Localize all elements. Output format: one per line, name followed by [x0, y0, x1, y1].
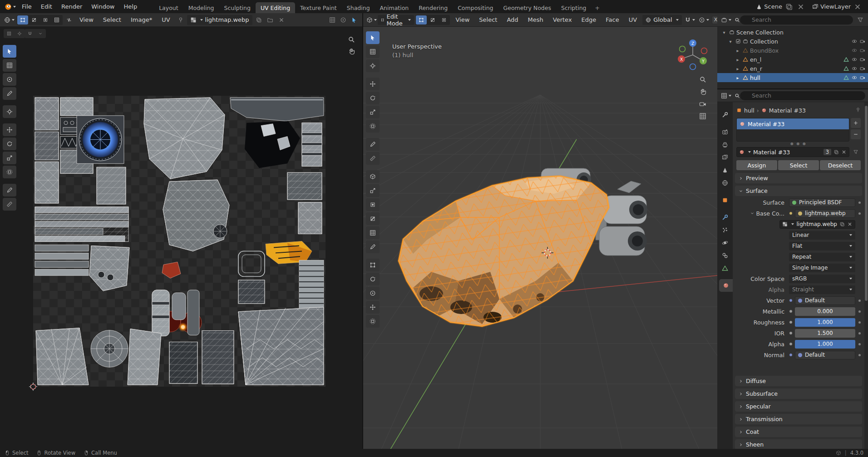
tool-scale[interactable]	[366, 106, 380, 118]
tab-compositing[interactable]: Compositing	[453, 2, 498, 13]
mirror-x-toggle[interactable]: X	[712, 16, 717, 24]
tab-render[interactable]	[717, 126, 733, 138]
tab-world[interactable]	[717, 177, 733, 189]
disclosure-icon[interactable]: ▸	[735, 57, 741, 62]
new-scene-icon[interactable]	[784, 2, 794, 12]
add-slot-button[interactable]	[851, 118, 861, 128]
uv-select-vertex-button[interactable]	[17, 15, 28, 25]
uv-active-tool-indicator[interactable]	[349, 15, 359, 25]
tool-tweak[interactable]	[366, 31, 380, 44]
tool-rotate[interactable]	[366, 92, 380, 104]
render-camera-icon[interactable]	[860, 66, 865, 71]
alpha-slider[interactable]: 1.000	[795, 340, 855, 349]
alpha-mode-dropdown[interactable]: Straight	[789, 285, 855, 294]
tool-smooth[interactable]	[366, 287, 380, 300]
tool-poly-build[interactable]	[366, 259, 380, 271]
tool-inset-faces[interactable]	[366, 198, 380, 211]
new-material-icon[interactable]	[833, 149, 839, 155]
tool-knife[interactable]	[366, 241, 380, 253]
uv-sync-selection-toggle[interactable]	[64, 15, 74, 25]
vp-menu-face[interactable]: Face	[602, 15, 623, 25]
tool-extrude[interactable]	[366, 184, 380, 197]
unlink-image-button[interactable]	[276, 15, 286, 25]
tool-measure[interactable]	[3, 198, 16, 211]
navigation-gizmo[interactable]: Z X Y	[676, 38, 710, 72]
tab-output[interactable]	[717, 138, 733, 151]
tab-physics[interactable]	[717, 236, 733, 249]
tool-rotate[interactable]	[3, 138, 16, 150]
uv-canvas[interactable]	[0, 27, 362, 449]
tool-rip-region[interactable]	[366, 315, 380, 328]
tab-shading[interactable]: Shading	[342, 2, 375, 13]
render-camera-icon[interactable]	[860, 48, 865, 53]
uv-overlays-toggle[interactable]	[327, 15, 337, 25]
tab-view-layer[interactable]	[717, 151, 733, 164]
tab-sculpting[interactable]: Sculpting	[219, 2, 256, 13]
vp-menu-select[interactable]: Select	[475, 15, 501, 25]
tool-spin[interactable]	[366, 273, 380, 285]
tool-select-box[interactable]	[366, 45, 380, 58]
tool-tweak[interactable]	[3, 45, 16, 58]
properties-scrollbar[interactable]	[864, 102, 868, 449]
panel-transmission[interactable]: Transmission	[735, 414, 862, 424]
hide-eye-icon[interactable]	[852, 48, 857, 53]
tab-texture-paint[interactable]: Texture Paint	[295, 2, 342, 13]
uv-select-face-button[interactable]	[40, 15, 51, 25]
vp-menu-add[interactable]: Add	[503, 15, 522, 25]
tab-material[interactable]	[719, 279, 733, 292]
tab-scene[interactable]	[717, 164, 733, 177]
properties-editor-type-button[interactable]	[720, 91, 732, 101]
render-camera-icon[interactable]	[860, 39, 865, 44]
pin-icon[interactable]	[855, 107, 861, 113]
disclosure-icon[interactable]: ▸	[735, 48, 741, 53]
row-object-boundbox[interactable]: ▸ BoundBox	[717, 46, 868, 55]
open-image-button[interactable]	[265, 15, 275, 25]
remove-viewlayer-icon[interactable]	[853, 2, 863, 12]
tab-constraints[interactable]	[717, 249, 733, 262]
row-scene-collection[interactable]: ▾ Scene Collection	[717, 28, 868, 37]
tool-add-cube[interactable]	[366, 170, 380, 183]
new-image-button[interactable]	[254, 15, 264, 25]
hide-eye-icon[interactable]	[852, 57, 857, 62]
surface-shader-selector[interactable]: Principled BSDF	[789, 198, 855, 207]
extensions-icon[interactable]	[836, 450, 841, 456]
properties-search-input[interactable]	[740, 91, 865, 100]
tab-particles[interactable]	[717, 224, 733, 236]
roughness-slider[interactable]: 1.000	[795, 318, 855, 327]
assign-button[interactable]: Assign	[736, 160, 777, 170]
copy-icon[interactable]	[839, 221, 845, 227]
gizmo-z-neg[interactable]	[690, 64, 696, 70]
tool-annotate[interactable]	[3, 184, 16, 197]
panel-subsurface[interactable]: Subsurface	[735, 388, 862, 399]
outliner-editor-type-button[interactable]	[720, 15, 732, 25]
tool-select-lasso[interactable]	[3, 87, 16, 100]
material-slot-item[interactable]: Material #33	[737, 118, 849, 129]
vector-input[interactable]: Default	[795, 296, 855, 305]
image-datablock-selector[interactable]: lightmap.webp	[187, 15, 252, 25]
vp-menu-edge[interactable]: Edge	[577, 15, 601, 25]
projection-dropdown[interactable]: Flat	[789, 242, 855, 251]
tab-animation[interactable]: Animation	[375, 2, 414, 13]
menu-window[interactable]: Window	[87, 2, 118, 12]
color-space-dropdown[interactable]: sRGB	[789, 275, 855, 283]
tab-object-data[interactable]	[717, 262, 733, 275]
menu-edit[interactable]: Edit	[37, 2, 56, 12]
base-color-texture-selector[interactable]: lightmap.webp	[795, 209, 855, 218]
tool-select-box[interactable]	[3, 59, 16, 72]
tool-select-circle[interactable]	[3, 73, 16, 86]
snap-toggle[interactable]	[684, 15, 696, 25]
tool-annotate[interactable]	[366, 138, 380, 151]
tool-cursor[interactable]	[366, 59, 380, 72]
unlink-material-icon[interactable]	[841, 149, 847, 155]
panel-sheen[interactable]: Sheen	[735, 439, 862, 449]
disclosure-icon[interactable]: ▾	[721, 30, 727, 35]
panel-preview[interactable]: Preview	[735, 173, 862, 183]
blender-logo-menu[interactable]	[4, 2, 17, 12]
metallic-slider[interactable]: 0.000	[795, 307, 855, 316]
close-icon[interactable]	[847, 221, 853, 227]
uv-mini-options-button[interactable]	[35, 29, 45, 38]
tool-move[interactable]	[3, 123, 16, 136]
viewport-editor-type-button[interactable]	[366, 15, 376, 25]
panel-specular[interactable]: Specular	[735, 401, 862, 412]
menu-render[interactable]: Render	[57, 2, 86, 12]
